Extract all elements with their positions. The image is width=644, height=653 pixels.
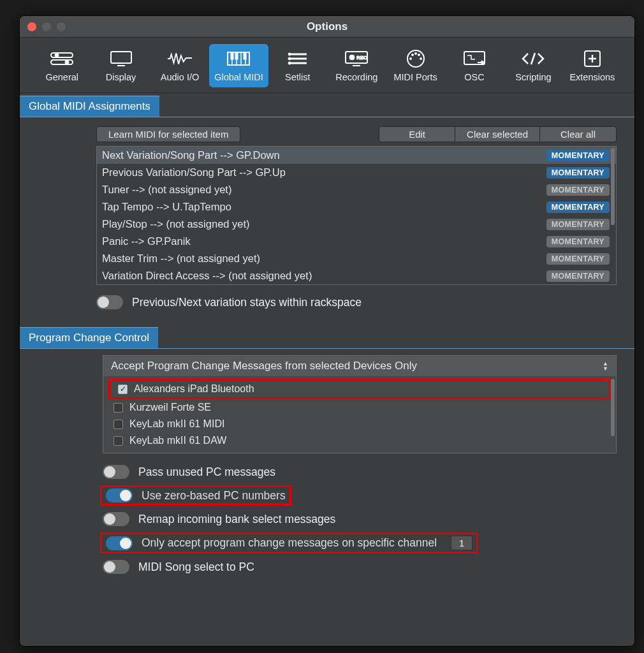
assignment-row[interactable]: Panic --> GP.PanikMOMENTARY [97,233,616,250]
assignments-list[interactable]: Next Variation/Song Part --> GP.DownMOME… [96,146,617,285]
pc-source-label: Accept Program Change Messages from sele… [111,360,417,372]
window-controls [27,22,66,31]
pc-source-dropdown[interactable]: Accept Program Change Messages from sele… [103,356,616,376]
assignment-row[interactable]: Variation Direct Access --> (not assigne… [97,267,616,284]
assignment-row[interactable]: Play/Stop --> (not assigned yet)MOMENTAR… [97,216,616,233]
svg-text:REC: REC [356,55,367,61]
tab-global-midi[interactable]: Global MIDI [209,44,268,87]
toggle-label: Previous/Next variation stays within rac… [132,296,362,309]
tab-general[interactable]: General [33,44,91,87]
assignment-label: Panic --> GP.Panik [102,235,191,247]
sliders-icon [48,49,75,68]
tab-label: OSC [464,72,484,82]
remap-bank-select-toggle[interactable] [103,512,129,526]
pc-device-list: Alexanders iPad Bluetooth Kurzweil Forte… [103,376,616,453]
minimize-icon[interactable] [42,22,51,31]
svg-point-26 [420,58,421,60]
svg-rect-0 [51,53,73,57]
section-header-gma: Global MIDI Assignments [20,96,159,117]
learn-midi-button[interactable]: Learn MIDI for selected item [96,126,240,142]
toggle-label: Pass unused PC messages [138,466,275,479]
tab-midi-ports[interactable]: MIDI Ports [386,44,444,87]
divider [20,117,634,117]
tab-label: Audio I/O [161,72,199,82]
svg-point-18 [288,57,291,60]
momentary-badge[interactable]: MOMENTARY [546,202,610,213]
divider [20,348,634,349]
clear-selected-button[interactable]: Clear selected [455,126,540,142]
midi-song-select-toggle[interactable] [103,560,129,574]
device-row[interactable]: KeyLab mkII 61 DAW [106,432,613,449]
momentary-badge[interactable]: MOMENTARY [546,253,610,265]
tab-label: Setlist [285,72,311,82]
pcc-section: Accept Program Change Messages from sele… [20,355,634,583]
pass-unused-pc-toggle[interactable] [103,465,129,479]
piano-icon [225,49,252,68]
assignment-label: Previous Variation/Song Part --> GP.Up [102,166,286,179]
device-row[interactable]: KeyLab mkII 61 MIDI [106,416,613,432]
momentary-badge[interactable]: MOMENTARY [546,167,610,179]
svg-rect-11 [231,52,233,59]
tab-label: Recording [335,72,377,82]
tab-display[interactable]: Display [91,44,150,87]
checkbox[interactable] [113,420,123,429]
checkbox[interactable] [113,436,123,446]
tab-scripting[interactable]: Scripting [504,44,562,87]
momentary-badge[interactable]: MOMENTARY [546,219,610,230]
tab-label: Global MIDI [214,72,263,82]
assignment-row[interactable]: Previous Variation/Song Part --> GP.UpMO… [97,164,616,181]
svg-point-21 [349,55,355,60]
only-channel-toggle[interactable] [106,536,133,550]
midi-din-icon [402,49,429,68]
scrollbar[interactable] [611,379,615,436]
svg-point-17 [288,53,291,55]
zero-based-pc-toggle[interactable] [106,488,133,503]
momentary-badge[interactable]: MOMENTARY [546,150,610,161]
svg-rect-13 [244,52,246,59]
assignment-row[interactable]: Master Trim --> (not assigned yet)MOMENT… [97,250,616,267]
device-name: Alexanders iPad Bluetooth [134,383,254,395]
close-icon[interactable] [27,22,36,31]
stay-within-rackspace-toggle[interactable] [96,295,123,309]
options-window: Options General Display Audio I/O Globa [19,15,635,647]
tab-setlist[interactable]: Setlist [268,44,327,87]
highlight-box: Only accept program change messages on s… [100,532,478,554]
edit-button[interactable]: Edit [379,126,455,142]
svg-point-29 [414,53,416,55]
momentary-badge[interactable]: MOMENTARY [546,236,610,247]
device-name: KeyLab mkII 61 MIDI [129,418,224,430]
svg-rect-1 [51,60,73,64]
assignment-row[interactable]: Tap Tempo --> U.TapTempoMOMENTARY [97,198,616,216]
svg-point-3 [65,61,69,64]
device-row[interactable]: Alexanders iPad Bluetooth [115,382,604,396]
tab-extensions[interactable]: Extensions [563,44,622,87]
checkbox[interactable] [113,403,123,413]
highlight-box: Use zero-based PC numbers [100,485,291,506]
assignment-label: Tuner --> (not assigned yet) [102,184,231,196]
tab-osc[interactable]: OSC [445,44,504,87]
clear-all-button[interactable]: Clear all [540,126,617,142]
svg-point-19 [288,62,291,64]
monitor-icon [108,49,135,68]
list-icon [284,49,311,68]
device-name: KeyLab mkII 61 DAW [129,435,226,446]
tab-audio-io[interactable]: Audio I/O [150,44,209,87]
gma-button-group: Edit Clear selected Clear all [379,126,617,142]
checkbox[interactable] [118,385,128,394]
zoom-icon[interactable] [57,22,66,31]
toggle-remap-bank: Remap incoming bank select messages [20,508,634,530]
assignment-label: Next Variation/Song Part --> GP.Down [102,149,280,161]
code-icon [520,49,546,68]
tabbar: General Display Audio I/O Global MIDI Se… [20,38,634,93]
channel-number-field[interactable] [451,536,472,550]
momentary-badge[interactable]: MOMENTARY [546,270,610,282]
scrollbar[interactable] [611,148,615,225]
plus-box-icon [579,49,606,68]
assignment-row[interactable]: Tuner --> (not assigned yet)MOMENTARY [97,181,616,198]
tab-recording[interactable]: REC Recording [327,44,386,87]
device-row[interactable]: Kurzweil Forte SE [106,399,613,416]
titlebar: Options [20,16,634,38]
assignment-row[interactable]: Next Variation/Song Part --> GP.DownMOME… [97,147,616,164]
momentary-badge[interactable]: MOMENTARY [546,184,610,196]
chevron-updown-icon: ▲▼ [603,361,608,371]
